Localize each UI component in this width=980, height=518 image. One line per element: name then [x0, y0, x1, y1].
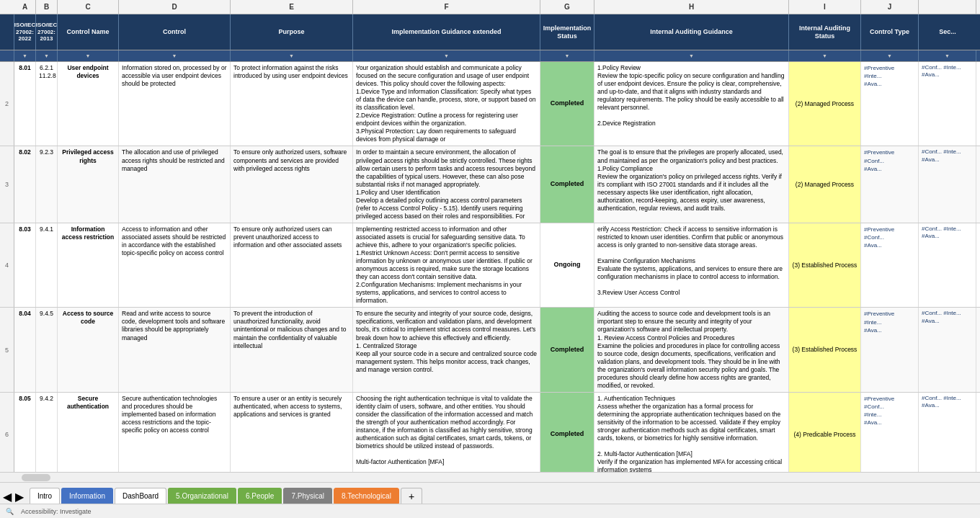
cell-purpose[interactable]: To ensure a user or an entity is securel…	[231, 393, 353, 472]
col-letter-a[interactable]: A	[14, 0, 36, 14]
cell-control-type[interactable]: #Preventive #Conf... #Ava...	[861, 223, 919, 307]
filter-b[interactable]: ▼	[36, 50, 58, 61]
cell-control-type[interactable]: #Preventive #Inte... #Ava...	[861, 62, 919, 146]
cell-audit-guidance[interactable]: Auditing the access to source code and d…	[594, 308, 789, 391]
row-number[interactable]: 3	[0, 146, 14, 222]
cell-impl-guidance[interactable]: To ensure the security and integrity of …	[353, 308, 540, 391]
cell-audit-status[interactable]: (2) Managed Process	[789, 62, 861, 146]
col-letter-h[interactable]: H	[594, 0, 789, 14]
tab-physical[interactable]: 7.Physical	[283, 488, 332, 504]
cell-audit-status[interactable]: (2) Managed Process	[789, 146, 861, 222]
cell-impl-status[interactable]: Ongoing	[540, 223, 594, 307]
table-row: 38.029.2.3Privileged access rightsThe al…	[0, 146, 980, 223]
tab-dashboard[interactable]: DashBoard	[115, 488, 166, 504]
cell-impl-guidance[interactable]: Choosing the right authentication techni…	[353, 393, 540, 472]
cell-control-name[interactable]: Secure authentication	[58, 393, 119, 472]
cell-audit-guidance[interactable]: 1. Authentication Techniques Assess whet…	[594, 393, 789, 472]
cell-control-name[interactable]: Privileged access rights	[58, 146, 119, 222]
cell-audit-status[interactable]: (3) Established Process	[789, 308, 861, 391]
cell-purpose[interactable]: To ensure only authorized users, softwar…	[231, 146, 353, 222]
cell-audit-guidance[interactable]: erify Access Restriction: Check if acces…	[594, 223, 789, 307]
table-row: 48.039.4.1Information access restriction…	[0, 223, 980, 308]
cell-iso-2022[interactable]: 8.04	[14, 308, 36, 391]
cell-impl-guidance[interactable]: Implementing restricted access to inform…	[353, 223, 540, 307]
cell-impl-status[interactable]: Completed	[540, 393, 594, 472]
filter-j[interactable]: ▼	[861, 50, 919, 61]
filter-h[interactable]: ▼	[594, 50, 789, 61]
cell-control[interactable]: Information stored on, processed by or a…	[119, 62, 231, 146]
col-letter-e[interactable]: E	[231, 0, 353, 14]
filter-f[interactable]: ▼	[353, 50, 540, 61]
header-impl-guidance: Implementation Guidance extended	[353, 14, 540, 50]
cell-audit-status[interactable]: (4) Predicable Process	[789, 393, 861, 472]
row-number[interactable]: 5	[0, 308, 14, 391]
cell-sec[interactable]: #Conf... #Inte... #Ava...	[919, 62, 976, 146]
filter-a[interactable]: ▼	[14, 50, 36, 61]
tab-add[interactable]: +	[401, 488, 422, 504]
cell-control[interactable]: Access to information and other associat…	[119, 223, 231, 307]
cell-iso-2013[interactable]: 6.2.1 11.2.8	[36, 62, 58, 146]
tab-information[interactable]: Information	[61, 488, 113, 504]
cell-impl-status[interactable]: Completed	[540, 308, 594, 391]
cell-control[interactable]: The allocation and use of privileged acc…	[119, 146, 231, 222]
row-number[interactable]: 2	[0, 62, 14, 146]
cell-purpose[interactable]: To ensure only authorized users can prev…	[231, 223, 353, 307]
header-audit-guidance: Internal Auditing Guidance	[594, 14, 789, 50]
header-iso-2013: ISO/IEC 27002: 2013	[36, 14, 58, 50]
tab-intro[interactable]: Intro	[30, 488, 60, 504]
cell-iso-2022[interactable]: 8.02	[14, 146, 36, 222]
filter-d[interactable]: ▼	[119, 50, 231, 61]
cell-impl-status[interactable]: Completed	[540, 62, 594, 146]
hscroll[interactable]	[0, 472, 980, 482]
header-control: Control	[119, 14, 231, 50]
cell-impl-guidance[interactable]: In order to maintain a secure environmen…	[353, 146, 540, 222]
tab-people[interactable]: 6.People	[238, 488, 282, 504]
filter-e[interactable]: ▼	[231, 50, 353, 61]
col-letter-g[interactable]: G	[540, 0, 594, 14]
cell-iso-2013[interactable]: 9.2.3	[36, 146, 58, 222]
cell-iso-2013[interactable]: 9.4.2	[36, 393, 58, 472]
col-letter-b[interactable]: B	[36, 0, 58, 14]
cell-iso-2013[interactable]: 9.4.5	[36, 308, 58, 391]
col-letter-f[interactable]: F	[353, 0, 540, 14]
tab-technological[interactable]: 8.Technological	[334, 488, 399, 504]
col-letter-i[interactable]: I	[789, 0, 861, 14]
cell-audit-guidance[interactable]: The goal is to ensure that the privilege…	[594, 146, 789, 222]
cell-control[interactable]: Read and write access to source code, de…	[119, 308, 231, 391]
col-letter-k[interactable]	[919, 0, 976, 14]
col-letter-d[interactable]: D	[119, 0, 231, 14]
cell-control-name[interactable]: Access to source code	[58, 308, 119, 391]
col-letter-c[interactable]: C	[58, 0, 119, 14]
cell-purpose[interactable]: To protect information against the risks…	[231, 62, 353, 146]
cell-sec[interactable]: #Conf... #Inte... #Ava...	[919, 223, 976, 307]
cell-control-type[interactable]: #Preventive #Conf... #Ava...	[861, 146, 919, 222]
cell-control-type[interactable]: #Preventive #Inte... #Ava...	[861, 308, 919, 391]
cell-control-name[interactable]: Information access restriction	[58, 223, 119, 307]
filter-i[interactable]: ▼	[789, 50, 861, 61]
cell-iso-2022[interactable]: 8.01	[14, 62, 36, 146]
row-number[interactable]: 6	[0, 393, 14, 472]
cell-control[interactable]: Secure authentication technologies and p…	[119, 393, 231, 472]
filter-k[interactable]: ▼	[919, 50, 976, 61]
cell-control-type[interactable]: #Preventive #Conf... #Inte... #Ava...	[861, 393, 919, 472]
filter-g[interactable]: ▼	[540, 50, 594, 61]
cell-impl-guidance[interactable]: Your organization should establish and c…	[353, 62, 540, 146]
cell-iso-2022[interactable]: 8.05	[14, 393, 36, 472]
col-letter-j[interactable]: J	[861, 0, 919, 14]
cell-iso-2022[interactable]: 8.03	[14, 223, 36, 307]
nav-left[interactable]: ◀	[3, 490, 12, 504]
cell-purpose[interactable]: To prevent the introduction of unauthori…	[231, 308, 353, 391]
nav-right[interactable]: ▶	[15, 490, 24, 504]
cell-impl-status[interactable]: Completed	[540, 146, 594, 222]
row-number[interactable]: 4	[0, 223, 14, 307]
filter-c[interactable]: ▼	[58, 50, 119, 61]
cell-iso-2013[interactable]: 9.4.1	[36, 223, 58, 307]
tab-organizational[interactable]: 5.Organizational	[168, 488, 236, 504]
cell-sec[interactable]: #Conf... #Inte... #Ava...	[919, 146, 976, 222]
cell-sec[interactable]: #Conf... #Inte... #Ava...	[919, 393, 976, 472]
cell-control-name[interactable]: User endpoint devices	[58, 62, 119, 146]
bottom-tabs: ◀ ▶ Intro Information DashBoard 5.Organi…	[0, 482, 980, 504]
cell-audit-status[interactable]: (3) Established Process	[789, 223, 861, 307]
cell-audit-guidance[interactable]: 1.Policy Review Review the topic-specifi…	[594, 62, 789, 146]
cell-sec[interactable]: #Conf... #Inte... #Ava...	[919, 308, 976, 391]
